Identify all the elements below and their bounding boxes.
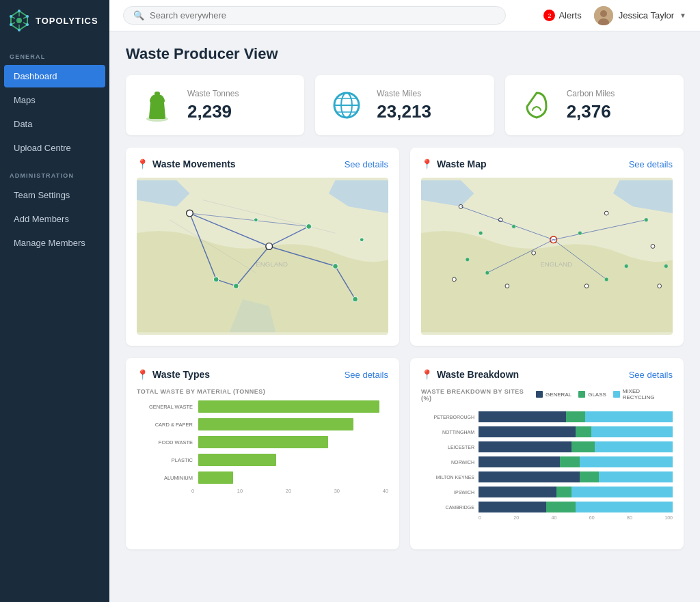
waste-types-bar-chart: GENERAL WASTE CARD & PAPER FOOD WASTE PL… <box>137 400 388 484</box>
bar-track <box>198 454 388 466</box>
svg-point-68 <box>664 264 668 269</box>
bar-label: GENERAL WASTE <box>144 404 193 410</box>
svg-text:ENGLAND: ENGLAND <box>540 260 572 268</box>
logo-text: TOPOLYTICS <box>36 16 98 26</box>
stacked-label: LEICESTER <box>421 445 474 450</box>
alerts-button[interactable]: 2 Alerts <box>543 10 581 21</box>
svg-point-41 <box>353 297 358 302</box>
svg-point-9 <box>26 15 29 18</box>
stacked-segment <box>479 426 576 437</box>
stacked-segment <box>591 426 673 437</box>
content-area: Waste Producer View Waste Tonnes 2,239 <box>109 31 700 602</box>
stacked-row: CAMBRIDGE <box>421 502 673 512</box>
waste-types-chart: TOTAL WASTE BY MATERIAL (TONNES) GENERAL… <box>137 388 388 538</box>
bar-row: PLASTIC <box>144 454 388 466</box>
stacked-bars <box>479 487 673 497</box>
search-container[interactable]: 🔍 <box>123 6 506 25</box>
waste-map-link[interactable]: See details <box>629 159 673 169</box>
svg-point-63 <box>485 271 489 275</box>
stacked-label: NORWICH <box>421 460 474 465</box>
topbar: 🔍 2 Alerts Jessica Taylor <box>109 0 700 31</box>
stacked-segment <box>580 471 599 482</box>
svg-point-66 <box>453 277 457 282</box>
page-title: Waste Producer View <box>126 45 684 63</box>
bar-track <box>198 471 388 484</box>
user-menu[interactable]: Jessica Taylor ▼ <box>594 6 686 25</box>
stacked-label: NOTTINGHAM <box>421 430 474 435</box>
stacked-row: PETERBOROUGH <box>421 411 673 422</box>
panel-waste-movements: 📍 Waste Movements See details <box>126 148 399 346</box>
panel-waste-types: 📍 Waste Types See details TOTAL WASTE BY… <box>126 358 399 549</box>
panel-title-waste-types: Waste Types <box>152 369 210 380</box>
svg-point-55 <box>532 251 536 255</box>
waste-movements-map: ENGLAND <box>137 178 388 335</box>
legend-item: MIXED RECYCLING <box>613 388 673 400</box>
stacked-segment <box>479 471 580 482</box>
svg-point-65 <box>466 258 470 262</box>
sidebar-item-maps[interactable]: Maps <box>4 89 105 111</box>
stacked-segment <box>566 411 585 422</box>
stacked-segment <box>560 456 579 467</box>
svg-point-56 <box>578 231 582 235</box>
bar-fill <box>198 418 353 430</box>
sidebar-item-dashboard[interactable]: Dashboard <box>4 65 105 87</box>
search-input[interactable] <box>150 10 496 20</box>
svg-point-11 <box>18 29 21 31</box>
stacked-bars <box>479 502 673 512</box>
bar-label: PLASTIC <box>144 457 193 463</box>
legend-item: GLASS <box>578 388 606 400</box>
bar-fill <box>198 471 233 484</box>
sidebar-item-manage-members[interactable]: Manage Members <box>4 232 105 254</box>
waste-map-map: ENGLAND <box>421 178 673 335</box>
stacked-segment <box>595 441 673 452</box>
panel-waste-breakdown: 📍 Waste Breakdown See details WASTE BREA… <box>410 358 684 549</box>
metric-card-waste-miles: Waste Miles 23,213 <box>315 75 494 135</box>
stacked-segment <box>599 471 673 482</box>
waste-movements-link[interactable]: See details <box>345 159 388 169</box>
panel-waste-map: 📍 Waste Map See details <box>410 148 684 346</box>
breakdown-legend: GENERALGLASSMIXED RECYCLING <box>536 388 673 400</box>
svg-point-42 <box>254 218 258 222</box>
svg-point-59 <box>651 245 655 249</box>
bar-track <box>198 436 388 448</box>
stacked-segment <box>479 411 566 422</box>
location-icon-4: 📍 <box>421 369 433 380</box>
svg-point-1 <box>16 18 22 23</box>
map-panels-row: 📍 Waste Movements See details <box>126 148 684 346</box>
stacked-segment <box>479 456 560 467</box>
stacked-segment <box>585 411 673 422</box>
sidebar-item-add-members[interactable]: Add Members <box>4 208 105 230</box>
bar-fill <box>198 454 276 466</box>
stacked-segment <box>580 456 673 467</box>
stacked-row: NOTTINGHAM <box>421 426 673 437</box>
waste-types-link[interactable]: See details <box>345 370 388 380</box>
sidebar-item-data[interactable]: Data <box>4 113 105 135</box>
sidebar-item-team-settings[interactable]: Team Settings <box>4 184 105 206</box>
sidebar-admin-label: ADMINISTRATION <box>0 160 109 183</box>
globe-icon <box>329 87 364 123</box>
waste-breakdown-link[interactable]: See details <box>629 370 673 380</box>
bar-label: CARD & PAPER <box>144 422 193 428</box>
stacked-segment <box>479 441 571 452</box>
metric-value: 23,213 <box>377 101 431 122</box>
bar-row: GENERAL WASTE <box>144 400 388 413</box>
location-icon: 📍 <box>137 159 148 169</box>
stacked-bars <box>479 426 673 437</box>
svg-point-35 <box>187 210 193 217</box>
bar-row: ALUMINIUM <box>144 471 388 484</box>
droplet-icon <box>519 87 554 123</box>
metric-card-waste-tonnes: Waste Tonnes 2,239 <box>126 75 304 135</box>
legend-item: GENERAL <box>536 388 571 400</box>
stacked-label: PETERBOROUGH <box>421 415 474 420</box>
svg-point-12 <box>10 23 12 26</box>
svg-point-62 <box>584 284 589 288</box>
sidebar-general-label: GENERAL <box>0 41 109 64</box>
metric-cards-row: Waste Tonnes 2,239 Waste Miles <box>126 75 684 135</box>
svg-point-37 <box>213 277 219 282</box>
stacked-label: MILTON KEYNES <box>421 475 474 480</box>
sidebar-item-upload-centre[interactable]: Upload Centre <box>4 137 105 159</box>
svg-rect-18 <box>154 92 160 96</box>
stacked-segment <box>571 487 673 497</box>
logo-icon <box>8 10 30 31</box>
alert-badge: 2 <box>543 10 555 21</box>
